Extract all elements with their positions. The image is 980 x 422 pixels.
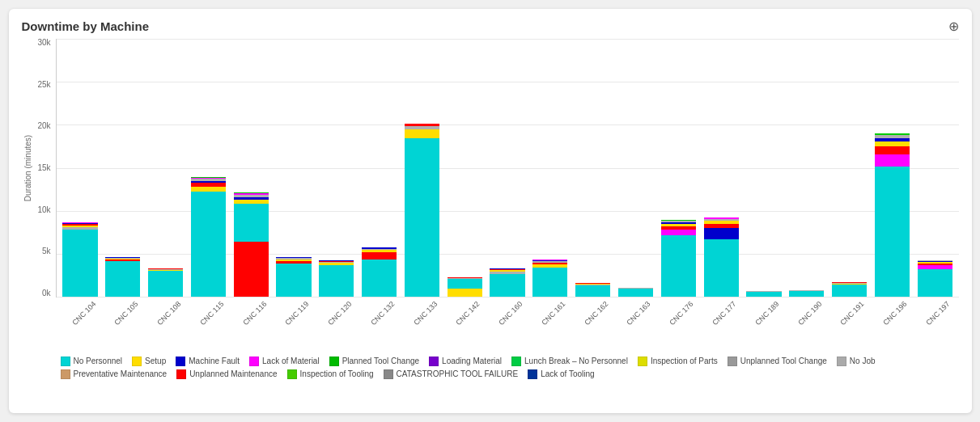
bar-segment [362,252,397,259]
bar-segment [532,268,567,297]
legend-swatch [511,357,521,366]
x-label: CNC 161 [536,296,571,331]
bar-stack[interactable] [789,256,824,298]
x-label: CNC 190 [792,296,828,331]
y-axis: Duration (minutes) 30k25k20k15k10k5k0k [22,39,56,298]
legend-item: No Job [837,357,876,366]
bar-stack[interactable] [532,199,567,297]
bar-stack[interactable] [618,247,653,297]
bar-group [316,39,357,297]
legend-label: Loading Material [442,357,502,365]
legend-swatch [528,369,537,379]
x-label: CNC 177 [706,296,742,331]
bar-segment [661,230,696,235]
bar-stack[interactable] [832,234,867,297]
x-label: CNC 120 [323,296,358,331]
bar-segment [832,285,867,297]
x-label: CNC 115 [194,296,230,331]
y-tick: 5k [42,247,51,255]
bar-stack[interactable] [191,121,226,297]
bar-segment [448,279,482,289]
bar-stack[interactable] [448,226,482,297]
x-label: CNC 104 [66,296,102,331]
chart-container: Downtime by Machine ⊕ Duration (minutes)… [9,9,972,413]
bars-container [56,39,959,298]
bar-stack[interactable] [875,91,910,297]
y-tick: 20k [37,122,50,130]
bar-stack[interactable] [319,200,354,297]
bar-stack[interactable] [575,237,610,297]
bar-stack[interactable] [746,260,781,297]
legend-label: Lunch Break – No Personnel [524,357,628,365]
bars-inner [57,39,959,297]
bar-group [188,39,229,297]
legend-item: Inspection of Parts [638,357,718,366]
x-label: CNC 162 [579,296,614,331]
bar-stack[interactable] [148,212,183,297]
legend-label: Lack of Material [262,357,320,365]
bar-segment [575,285,610,297]
bar-group [872,39,913,297]
x-label: CNC 197 [920,296,956,331]
bar-stack[interactable] [704,154,739,298]
bar-stack[interactable] [105,196,140,297]
legend-label: Unplanned Maintenance [189,369,277,378]
legend-item: Unplanned Maintenance [176,369,277,379]
bar-group [658,39,699,297]
legend-item: Unplanned Tool Change [728,357,827,366]
bar-group [615,39,656,297]
bar-segment [234,242,269,297]
x-label: CNC 116 [237,296,273,331]
legend-item: No Personnel [61,357,123,366]
legend-swatch [429,357,439,366]
bar-group [744,39,785,297]
bar-segment [405,138,439,297]
chart-options-icon[interactable]: ⊕ [948,19,959,34]
legend-swatch [176,357,185,366]
legend-item: Loading Material [429,357,502,366]
legend-label: Machine Fault [189,357,240,365]
bar-group [358,39,400,297]
legend-label: Planned Tool Change [342,357,419,365]
bar-stack[interactable] [234,133,269,297]
x-label: CNC 142 [451,296,486,331]
legend-item: Planned Tool Change [329,357,419,366]
bar-stack[interactable] [405,85,439,297]
bar-stack[interactable] [918,200,952,297]
bar-group [401,39,443,297]
legend-swatch [132,357,142,366]
bar-segment [704,239,739,297]
bar-segment [362,260,397,297]
bar-stack[interactable] [661,156,696,297]
bar-segment [746,292,781,297]
x-label: CNC 119 [280,296,316,331]
legend-label: No Personnel [74,357,123,365]
legend-item: Setup [132,357,166,366]
bar-stack[interactable] [276,196,311,297]
chart-title: Downtime by Machine [22,19,150,33]
bar-group [487,39,528,297]
bar-group [231,39,272,297]
bar-stack[interactable] [362,184,397,297]
x-label: CNC 196 [877,296,913,331]
bar-segment [276,264,311,297]
legend-item: Lack of Tooling [528,369,595,379]
bar-segment [148,271,183,297]
legend-swatch [384,369,393,379]
bar-stack[interactable] [490,212,524,297]
bar-segment [448,289,482,297]
chart-header: Downtime by Machine ⊕ [22,19,959,34]
bar-segment [618,289,653,297]
bar-stack[interactable] [62,158,97,297]
legend-swatch [728,357,737,366]
x-label: CNC 191 [835,296,871,331]
legend-label: CATASTROPHIC TOOL FAILURE [397,369,519,378]
y-axis-label: Duration (minutes) [23,135,32,201]
bar-group [529,39,571,297]
bar-group [701,39,742,297]
legend-swatch [638,357,647,366]
bar-segment [704,228,739,240]
legend-item: Inspection of Tooling [287,369,374,379]
bar-segment [319,265,354,297]
x-label: CNC 163 [622,296,657,331]
